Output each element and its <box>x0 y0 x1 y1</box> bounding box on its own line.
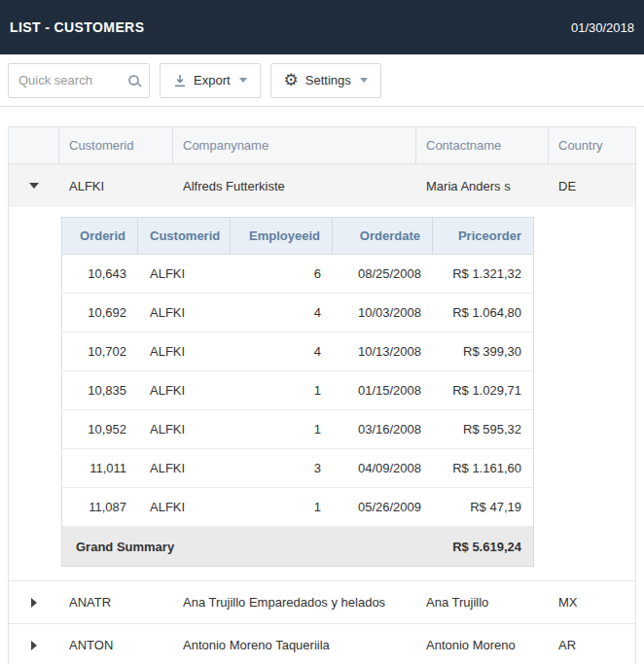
toolbar: Export ⚙ Settings <box>0 54 644 107</box>
table-row-anton[interactable]: ANTON Antonio Moreno Taqueriila Antonio … <box>9 624 635 664</box>
cell-orderid: 10,952 <box>62 410 138 448</box>
chevron-down-icon <box>239 78 247 83</box>
column-header-contactname[interactable]: Contactname <box>416 127 549 163</box>
cell-companyname: Antonio Moreno Taqueriila <box>173 624 416 664</box>
cell-orderid: 11,011 <box>62 449 138 487</box>
app-header: LIST - CUSTOMERS 01/30/2018 <box>0 0 644 54</box>
app-window: LIST - CUSTOMERS 01/30/2018 Export ⚙ Set… <box>0 0 644 664</box>
cell-priceorder: R$ 47,19 <box>433 488 533 526</box>
detail-column-header-orderdate[interactable]: Orderdate <box>333 218 433 254</box>
search-box[interactable] <box>8 63 150 98</box>
grand-summary-value: R$ 5.619,24 <box>452 540 533 554</box>
detail-row[interactable]: 10,702 ALFKI 4 10/13/2008 R$ 399,30 <box>62 332 533 371</box>
cell-companyname: Ana Trujillo Emparedados y helados <box>173 581 416 623</box>
page-title: LIST - CUSTOMERS <box>10 19 144 35</box>
gear-icon: ⚙ <box>284 72 299 88</box>
detail-row[interactable]: 11,011 ALFKI 3 04/09/2008 R$ 1.161,60 <box>62 449 533 488</box>
cell-employeeid: 4 <box>231 294 333 332</box>
cell-orderid: 10,643 <box>62 255 138 293</box>
cell-orderid: 10,692 <box>62 294 138 332</box>
expand-row-icon[interactable] <box>31 641 37 650</box>
detail-row[interactable]: 10,952 ALFKI 1 03/16/2008 R$ 595,32 <box>62 410 533 449</box>
orders-detail-grid: Orderid Customerid Employeeid Orderdate … <box>61 217 534 567</box>
expand-column-header <box>9 127 59 163</box>
cell-orderid: 10,702 <box>62 332 138 370</box>
cell-customerid: ALFKI <box>138 410 231 448</box>
cell-customerid: ALFKI <box>138 255 231 293</box>
cell-priceorder: R$ 1.321,32 <box>433 255 533 293</box>
detail-column-header-priceorder[interactable]: Priceorder <box>433 218 533 254</box>
cell-contactname: Antonio Moreno <box>416 624 549 664</box>
expand-cell[interactable] <box>9 581 59 623</box>
cell-customerid: ALFKI <box>138 449 231 487</box>
column-header-companyname[interactable]: Companyname <box>173 127 416 163</box>
cell-customerid: ALFKI <box>138 371 231 409</box>
cell-priceorder: R$ 1.161,60 <box>433 449 533 487</box>
cell-employeeid: 1 <box>231 410 333 448</box>
cell-priceorder: R$ 399,30 <box>433 332 533 370</box>
export-button[interactable]: Export <box>160 63 261 98</box>
table-row-anatr[interactable]: ANATR Ana Trujillo Emparedados y helados… <box>9 581 635 624</box>
detail-column-header-customerid[interactable]: Customerid <box>138 218 231 254</box>
cell-country: MX <box>549 581 635 623</box>
cell-companyname: Alfreds Futterkiste <box>173 164 416 207</box>
chevron-down-icon <box>360 78 368 83</box>
cell-orderdate: 10/03/2008 <box>333 294 433 332</box>
cell-orderid: 11,087 <box>62 488 138 526</box>
grid-header-row: Customerid Companyname Contactname Count… <box>9 127 635 164</box>
cell-customerid: ALFKI <box>138 332 231 370</box>
cell-employeeid: 4 <box>231 332 333 370</box>
detail-column-header-employeeid[interactable]: Employeeid <box>231 218 333 254</box>
export-button-label: Export <box>194 73 231 87</box>
expand-cell[interactable] <box>9 164 59 207</box>
cell-employeeid: 1 <box>231 488 333 526</box>
export-icon <box>173 74 187 87</box>
detail-row[interactable]: 10,643 ALFKI 6 08/25/2008 R$ 1.321,32 <box>62 255 533 294</box>
column-header-customerid[interactable]: Customerid <box>59 127 173 163</box>
cell-contactname: Ana Trujillo <box>416 581 549 623</box>
cell-contactname: Maria Anders s <box>416 164 549 207</box>
cell-employeeid: 3 <box>231 449 333 487</box>
expand-cell[interactable] <box>9 624 59 664</box>
cell-country: AR <box>549 624 635 664</box>
search-icon[interactable] <box>128 75 139 86</box>
header-date: 01/30/2018 <box>571 20 634 35</box>
table-row-alfki[interactable]: ALFKI Alfreds Futterkiste Maria Anders s… <box>9 164 635 207</box>
settings-button[interactable]: ⚙ Settings <box>270 63 381 98</box>
cell-customerid: ALFKI <box>138 488 231 526</box>
cell-country: DE <box>549 164 635 207</box>
cell-orderdate: 04/09/2008 <box>333 449 433 487</box>
cell-orderdate: 01/15/2008 <box>333 371 433 409</box>
grand-summary-label: Grand Summary <box>62 540 174 554</box>
detail-row[interactable]: 11,087 ALFKI 1 05/26/2009 R$ 47,19 <box>62 488 533 527</box>
cell-orderid: 10,835 <box>62 371 138 409</box>
collapse-row-icon[interactable] <box>29 183 39 189</box>
cell-orderdate: 03/16/2008 <box>333 410 433 448</box>
cell-priceorder: R$ 595,32 <box>433 410 533 448</box>
column-header-country[interactable]: Country <box>549 127 635 163</box>
cell-priceorder: R$ 1.064,80 <box>433 294 533 332</box>
search-input[interactable] <box>18 73 128 87</box>
cell-orderdate: 10/13/2008 <box>333 332 433 370</box>
grand-summary-row: Grand Summary R$ 5.619,24 <box>62 527 533 566</box>
cell-orderdate: 08/25/2008 <box>333 255 433 293</box>
cell-customerid: ALFKI <box>138 294 231 332</box>
cell-orderdate: 05/26/2009 <box>333 488 433 526</box>
cell-employeeid: 1 <box>231 371 333 409</box>
cell-customerid: ANTON <box>59 624 173 664</box>
cell-employeeid: 6 <box>231 255 333 293</box>
customers-grid: Customerid Companyname Contactname Count… <box>8 126 636 664</box>
detail-row[interactable]: 10,692 ALFKI 4 10/03/2008 R$ 1.064,80 <box>62 294 533 332</box>
detail-column-header-orderid[interactable]: Orderid <box>62 218 138 254</box>
detail-header-row: Orderid Customerid Employeeid Orderdate … <box>62 218 533 255</box>
cell-customerid: ANATR <box>59 581 173 623</box>
settings-button-label: Settings <box>305 73 351 87</box>
cell-priceorder: R$ 1.029,71 <box>433 371 533 409</box>
detail-area: Orderid Customerid Employeeid Orderdate … <box>9 207 635 581</box>
cell-customerid: ALFKI <box>59 164 173 207</box>
detail-row[interactable]: 10,835 ALFKI 1 01/15/2008 R$ 1.029,71 <box>62 371 533 410</box>
expand-row-icon[interactable] <box>31 598 37 608</box>
